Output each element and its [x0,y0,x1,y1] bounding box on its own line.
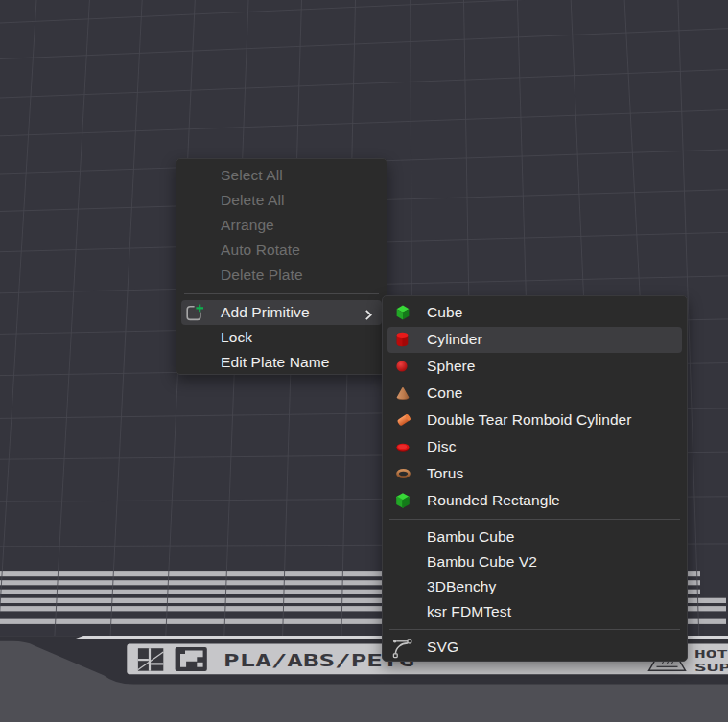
romboid-cylinder-icon [396,407,411,433]
menu-item-rounded-rectangle[interactable]: Rounded Rectangle [383,487,687,514]
menu-separator [176,288,387,299]
menu-item-label: Edit Plate Name [221,354,330,371]
menu-item-delete-all[interactable]: Delete All [176,188,387,213]
menu-item-label: Cone [427,384,462,402]
bambu-logo-icon [138,648,163,671]
menu-item-label: SVG [427,639,458,656]
menu-item-auto-rotate[interactable]: Auto Rotate [176,238,387,263]
torus-icon [396,460,411,487]
menu-item-3dbenchy[interactable]: 3DBenchy [383,574,687,599]
menu-item-label: Delete All [221,192,284,209]
menu-item-label: Cube [427,304,462,321]
menu-item-label: Auto Rotate [221,242,300,259]
menu-item-cube[interactable]: Cube [383,299,687,326]
menu-item-sphere[interactable]: Sphere [383,353,687,380]
3d-viewport[interactable]: PLA/ABS/PETGHOTSUP Select AllDelete AllA… [0,0,728,722]
menu-item-bambu-cube-v2[interactable]: Bambu Cube V2 [383,549,687,574]
cube-icon [396,299,410,326]
disc-icon [396,433,410,460]
menu-item-label: Delete Plate [221,267,303,284]
menu-separator [383,624,687,635]
menu-item-cone[interactable]: Cone [383,380,687,407]
menu-item-edit-plate-name[interactable]: Edit Plate Name [176,350,387,375]
menu-item-add-primitive[interactable]: Add Primitive [176,299,387,326]
plate-context-menu: Select AllDelete AllArrangeAuto RotateDe… [176,158,387,375]
menu-item-arrange[interactable]: Arrange [176,213,387,238]
hot-surface-label-line1: HOT [694,648,728,660]
menu-item-label: Bambu Cube [427,528,514,546]
hot-surface-label-line2: SUP [694,662,728,673]
menu-item-label: Add Primitive [221,304,310,321]
svg-bezier-icon [390,635,413,660]
menu-item-label: Rounded Rectangle [427,492,560,509]
menu-item-label: ksr FDMTest [427,603,511,620]
plate-logo-icon [176,647,207,671]
menu-item-label: Cylinder [427,331,482,348]
submenu-arrow-icon [365,307,372,324]
add-primitive-submenu: Cube Cylinder Sphere Cone Double Tear Ro… [382,295,688,662]
cone-icon [396,380,410,407]
menu-item-select-all[interactable]: Select All [176,163,387,188]
menu-item-torus[interactable]: Torus [383,460,687,487]
menu-item-double-tear-romboid-cylinder[interactable]: Double Tear Romboid Cylinder [383,407,687,433]
menu-item-label: Torus [427,465,463,482]
cylinder-icon [396,326,409,353]
menu-item-lock[interactable]: Lock [176,326,387,351]
add-primitive-icon [186,304,206,321]
menu-item-svg[interactable]: SVG [383,635,687,660]
sphere-icon [396,353,408,380]
menu-item-disc[interactable]: Disc [383,433,687,460]
menu-item-label: Sphere [427,358,476,375]
menu-item-label: Arrange [221,217,274,234]
menu-item-ksr-fdmtest[interactable]: ksr FDMTest [383,599,687,624]
menu-item-delete-plate[interactable]: Delete Plate [176,263,387,288]
menu-item-label: Disc [427,438,457,455]
menu-item-label: Lock [221,329,252,346]
menu-separator [383,514,687,524]
menu-item-cylinder[interactable]: Cylinder [383,326,687,353]
menu-item-bambu-cube[interactable]: Bambu Cube [383,524,687,549]
menu-item-label: Select All [221,167,283,184]
menu-item-label: Bambu Cube V2 [427,553,537,571]
rounded-rectangle-icon [396,487,410,514]
menu-item-label: 3DBenchy [427,578,496,595]
menu-item-label: Double Tear Romboid Cylinder [427,411,632,429]
